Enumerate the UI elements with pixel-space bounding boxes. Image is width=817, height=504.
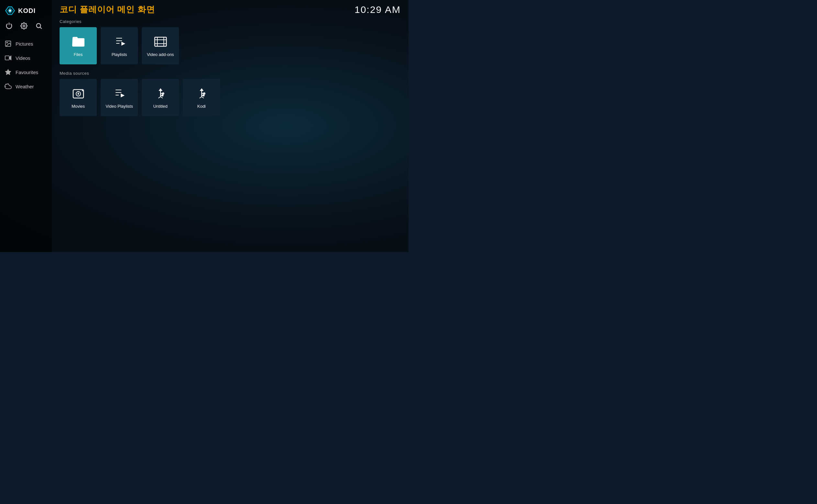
tile-playlists[interactable]: Playlists bbox=[101, 27, 138, 64]
svg-marker-31 bbox=[121, 93, 125, 97]
media-sources-row: Movies Video Playlists bbox=[60, 79, 401, 116]
sidebar-item-weather[interactable]: Weather bbox=[0, 80, 52, 93]
sidebar-item-videos[interactable]: Videos bbox=[0, 51, 52, 65]
page-title: 코디 플레이어 메인 화면 bbox=[60, 4, 155, 15]
svg-marker-10 bbox=[5, 69, 11, 75]
tile-video-playlists[interactable]: Video Playlists bbox=[101, 79, 138, 116]
sidebar-nav: Pictures Videos Favouri bbox=[0, 37, 52, 93]
svg-marker-41 bbox=[200, 88, 204, 91]
tile-video-addons[interactable]: Video add-ons bbox=[142, 27, 179, 64]
main-content: 코디 플레이어 메인 화면 10:29 AM Categories Files bbox=[52, 0, 408, 252]
sidebar-item-pictures[interactable]: Pictures bbox=[0, 37, 52, 50]
app-layout: KODI bbox=[0, 0, 408, 252]
svg-point-7 bbox=[6, 42, 7, 43]
svg-point-25 bbox=[77, 93, 79, 95]
svg-line-46 bbox=[202, 97, 204, 98]
svg-line-47 bbox=[200, 97, 202, 98]
sidebar-controls bbox=[0, 21, 48, 37]
svg-line-12 bbox=[6, 84, 6, 84]
videos-icon bbox=[5, 54, 12, 61]
video-addons-label: Video add-ons bbox=[147, 52, 174, 57]
pictures-label: Pictures bbox=[16, 41, 33, 47]
power-button[interactable] bbox=[5, 21, 14, 30]
weather-label: Weather bbox=[16, 84, 34, 89]
settings-button[interactable] bbox=[19, 21, 28, 30]
svg-line-38 bbox=[160, 97, 162, 98]
weather-icon bbox=[5, 83, 12, 90]
movies-label: Movies bbox=[72, 104, 85, 109]
favourites-icon bbox=[5, 69, 12, 76]
film-icon bbox=[153, 35, 168, 49]
usb-icon bbox=[153, 86, 168, 101]
svg-marker-33 bbox=[159, 88, 162, 91]
svg-point-26 bbox=[82, 90, 83, 91]
svg-rect-8 bbox=[5, 56, 9, 60]
untitled-label: Untitled bbox=[153, 104, 167, 109]
svg-marker-28 bbox=[116, 90, 121, 90]
sidebar-item-favourites[interactable]: Favourites bbox=[0, 65, 52, 79]
kodi-usb-icon bbox=[194, 86, 209, 101]
logo-area: KODI bbox=[0, 3, 40, 21]
media-sources-label: Media sources bbox=[60, 71, 401, 76]
video-playlists-label: Video Playlists bbox=[105, 104, 133, 109]
favourites-label: Favourites bbox=[16, 70, 38, 75]
content-area: Categories Files bbox=[52, 18, 408, 252]
categories-row: Files Playlists bbox=[60, 27, 401, 64]
files-label: Files bbox=[74, 52, 83, 57]
pictures-icon bbox=[5, 40, 12, 47]
kodi-logo-text: KODI bbox=[18, 7, 36, 15]
clock: 10:29 AM bbox=[354, 4, 401, 15]
svg-marker-14 bbox=[116, 38, 122, 38]
tile-movies[interactable]: Movies bbox=[60, 79, 97, 116]
videos-label: Videos bbox=[16, 55, 30, 61]
svg-rect-18 bbox=[155, 37, 166, 46]
header: 코디 플레이어 메인 화면 10:29 AM bbox=[52, 0, 408, 18]
svg-marker-15 bbox=[116, 40, 122, 41]
svg-line-39 bbox=[159, 97, 160, 98]
svg-line-5 bbox=[40, 27, 41, 28]
tile-kodi[interactable]: Kodi bbox=[183, 79, 220, 116]
svg-marker-30 bbox=[116, 95, 119, 95]
tile-untitled[interactable]: Untitled bbox=[142, 79, 179, 116]
svg-marker-16 bbox=[116, 43, 119, 44]
search-button[interactable] bbox=[34, 21, 43, 30]
svg-marker-29 bbox=[116, 92, 121, 93]
categories-label: Categories bbox=[60, 19, 401, 24]
folder-icon bbox=[71, 35, 85, 49]
hdd-icon bbox=[71, 86, 85, 101]
kodi-label: Kodi bbox=[197, 104, 205, 109]
svg-point-3 bbox=[23, 25, 25, 27]
tile-files[interactable]: Files bbox=[60, 27, 97, 64]
svg-marker-17 bbox=[121, 42, 125, 46]
sidebar: KODI bbox=[0, 0, 52, 252]
svg-point-2 bbox=[9, 10, 11, 12]
playlists-label: Playlists bbox=[112, 52, 127, 57]
kodi-logo-icon bbox=[5, 5, 16, 16]
playlists-icon bbox=[112, 35, 127, 49]
video-playlists-icon bbox=[112, 86, 127, 101]
